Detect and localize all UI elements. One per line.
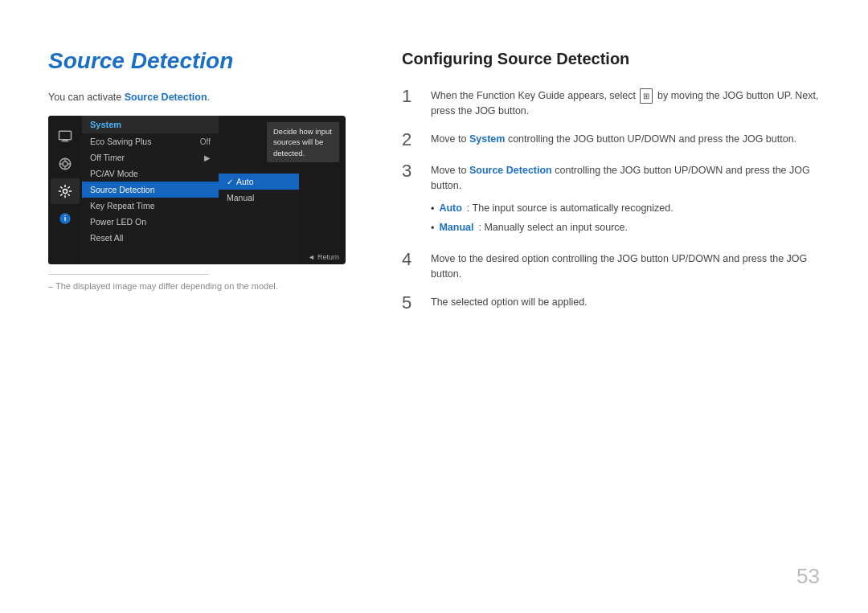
- menu-item-offtimer-label: Off Timer: [90, 153, 125, 162]
- bullet-auto-label: Auto: [439, 201, 461, 216]
- intro-bold: Source Detection: [125, 92, 207, 103]
- step-3-bold: Source Detection: [469, 165, 552, 176]
- jog-icon: ⊞: [640, 88, 653, 104]
- menu-item-sourcedetection-label: Source Detection: [90, 185, 155, 194]
- sidebar-icon-display: [51, 124, 80, 149]
- step-1-number: 1: [402, 86, 420, 107]
- sidebar-icon-info: i: [51, 206, 80, 231]
- menu-item-pcav: PC/AV Mode: [82, 166, 219, 182]
- submenu-item-auto: ✓ Auto: [219, 174, 299, 190]
- menu-item-eco-value: Off: [200, 137, 211, 146]
- page-number: 53: [796, 564, 820, 589]
- sidebar-icon-system: [51, 178, 80, 204]
- menu-item-sourcedetection: Source Detection: [82, 182, 219, 198]
- step-2-bold: System: [469, 133, 505, 145]
- step-1: 1 When the Function Key Guide appears, s…: [402, 86, 820, 119]
- step-1-text: When the Function Key Guide appears, sel…: [431, 86, 820, 119]
- step-3: 3 Move to Source Detection controlling t…: [402, 161, 820, 194]
- step-5-text: The selected option will be applied.: [431, 292, 588, 310]
- bullet-auto-text: : The input source is automatically reco…: [467, 201, 674, 216]
- footnote: – The displayed image may differ dependi…: [48, 281, 354, 291]
- menu-item-powerled-label: Power LED On: [90, 217, 146, 227]
- return-arrow-icon: ◄: [308, 253, 315, 261]
- bullet-auto: Auto: The input source is automatically …: [431, 201, 820, 217]
- step-4-text: Move to the desired option controlling t…: [431, 249, 820, 282]
- bullet-list: Auto: The input source is automatically …: [431, 201, 820, 236]
- menu-item-reset: Reset All: [82, 230, 219, 246]
- menu-item-eco-label: Eco Saving Plus: [90, 137, 151, 146]
- submenu-item-manual: Manual: [219, 190, 299, 206]
- menu-item-powerled: Power LED On: [82, 214, 219, 230]
- menu-item-offtimer-arrow: ▶: [204, 153, 211, 162]
- svg-rect-0: [59, 131, 72, 140]
- right-column: Configuring Source Detection 1 When the …: [402, 48, 820, 581]
- steps-list: 1 When the Function Key Guide appears, s…: [402, 86, 820, 313]
- step-5-number: 5: [402, 292, 420, 313]
- check-icon: ✓: [227, 178, 233, 186]
- monitor-ui: i System Eco Saving Plus Off Off Timer ▶…: [48, 116, 346, 264]
- sidebar-icon-picture: [51, 151, 80, 177]
- menu-item-keyrepeat-label: Key Repeat Time: [90, 201, 155, 210]
- svg-text:i: i: [64, 215, 67, 223]
- menu-item-reset-label: Reset All: [90, 233, 123, 243]
- submenu-panel: ✓ Auto Manual: [219, 174, 299, 264]
- bullet-manual-label: Manual: [439, 220, 473, 235]
- intro-suffix: .: [207, 92, 210, 103]
- submenu-manual-label: Manual: [227, 193, 254, 202]
- step-2: 2 Move to System controlling the JOG but…: [402, 129, 820, 150]
- menu-panel: System Eco Saving Plus Off Off Timer ▶ P…: [82, 116, 219, 264]
- intro-text: You can activate Source Detection.: [48, 92, 354, 103]
- return-bar: ◄ Return: [308, 253, 339, 261]
- svg-rect-1: [63, 140, 68, 141]
- bullet-manual: Manual: Manually select an input source.: [431, 220, 820, 236]
- menu-header: System: [82, 116, 219, 133]
- step-4-number: 4: [402, 249, 420, 270]
- menu-item-offtimer: Off Timer ▶: [82, 149, 219, 166]
- step-3-number: 3: [402, 161, 420, 182]
- intro-prefix: You can activate: [48, 92, 125, 103]
- return-label: Return: [317, 253, 339, 261]
- svg-point-4: [63, 161, 68, 166]
- tooltip-box: Decide how input sources will be detecte…: [267, 122, 339, 162]
- step-2-text: Move to System controlling the JOG butto…: [431, 129, 796, 147]
- svg-point-9: [63, 189, 67, 193]
- svg-rect-2: [62, 141, 69, 141]
- step-5: 5 The selected option will be applied.: [402, 292, 820, 313]
- step-2-number: 2: [402, 129, 420, 150]
- left-column: Source Detection You can activate Source…: [48, 48, 354, 581]
- divider-line: [48, 274, 209, 275]
- menu-item-keyrepeat: Key Repeat Time: [82, 198, 219, 214]
- menu-item-pcav-label: PC/AV Mode: [90, 169, 138, 178]
- page-title: Source Detection: [48, 48, 354, 74]
- bullet-manual-text: : Manually select an input source.: [478, 220, 628, 235]
- step-3-text: Move to Source Detection controlling the…: [431, 161, 820, 194]
- sidebar-icons: i: [48, 116, 82, 264]
- section-title: Configuring Source Detection: [402, 50, 820, 68]
- submenu-auto-label: Auto: [236, 177, 254, 186]
- menu-item-eco: Eco Saving Plus Off: [82, 133, 219, 149]
- step-4: 4 Move to the desired option controlling…: [402, 249, 820, 282]
